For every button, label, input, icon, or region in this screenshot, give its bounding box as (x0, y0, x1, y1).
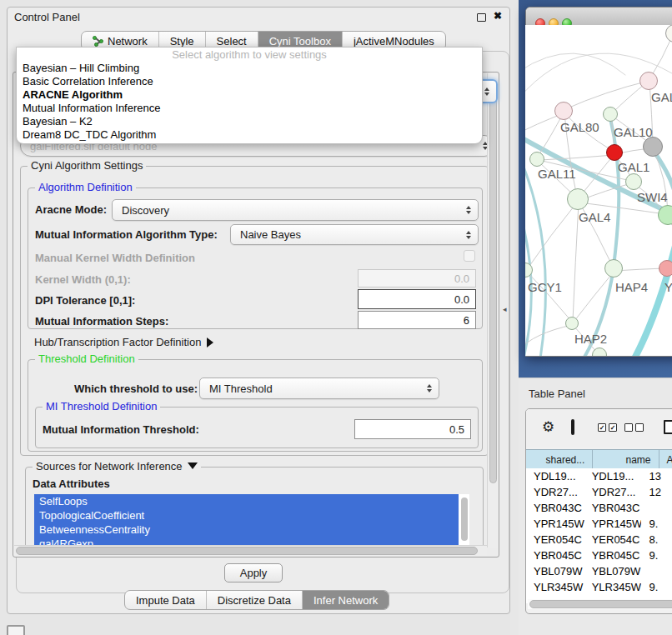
table-cell[interactable]: YLR345W (584, 579, 642, 595)
network-node[interactable] (625, 173, 642, 190)
which-threshold-combobox[interactable]: MI Threshold (199, 378, 439, 399)
network-edge (525, 53, 625, 75)
table-cell[interactable]: YBR045C (526, 548, 584, 563)
network-node[interactable] (659, 260, 672, 277)
new-table-icon[interactable] (664, 420, 672, 434)
table-cell[interactable]: 9. (641, 516, 672, 532)
table-cell[interactable] (641, 500, 672, 516)
table-cell[interactable]: 13 (641, 468, 672, 484)
table-cell[interactable] (641, 563, 672, 579)
column-header-third[interactable]: A (659, 450, 672, 469)
dropdown-item[interactable]: ARACNE Algorithm (17, 88, 482, 102)
splitpane-divider-handle[interactable]: ◂ (503, 305, 507, 313)
table-hscrollbar-thumb[interactable] (529, 600, 672, 608)
dropdown-item[interactable]: Bayesian – K2 (17, 115, 482, 128)
data-attributes-list[interactable]: SelfLoopsTopologicalCoefficientBetweenne… (34, 494, 469, 551)
mi-threshold-group: MI Threshold Definition Mutual Informati… (35, 407, 479, 448)
mi-threshold-label: Mutual Information Threshold: (43, 423, 199, 436)
algorithm-dropdown-popup: Select algorithm to view settings Bayesi… (16, 47, 483, 144)
list-scrollbar-thumb[interactable] (461, 498, 468, 541)
vertical-scrollbar[interactable] (487, 73, 498, 548)
table-row[interactable]: YBR043CYBR043C (526, 500, 672, 516)
table-cell[interactable]: YDL19... (526, 468, 584, 484)
network-node[interactable] (639, 72, 658, 90)
table-cell[interactable]: YBR043C (584, 500, 642, 516)
horizontal-scrollbar-thumb[interactable] (16, 547, 478, 555)
network-node[interactable] (604, 259, 623, 278)
column-header-shared-name[interactable]: shared... (526, 450, 593, 469)
table-row[interactable]: YPR145WYPR145W9. (526, 516, 672, 532)
select-all-columns-icon[interactable]: ✓✓ (598, 423, 617, 432)
table-cell[interactable]: YDR27... (526, 484, 584, 500)
table-row[interactable]: YER054CYER054C8. (526, 532, 672, 548)
table-cell[interactable]: YDR27... (584, 484, 642, 500)
network-node-label: GAL1 (618, 160, 649, 174)
table-cell[interactable]: YPR145W (526, 516, 584, 532)
manual-kernel-checkbox[interactable] (464, 250, 475, 262)
tab-discretize-data[interactable]: Discretize Data (206, 591, 302, 609)
close-icon[interactable]: ✖ (494, 10, 502, 22)
network-node[interactable] (565, 317, 579, 330)
dropdown-item[interactable]: Mutual Information Inference (17, 102, 482, 115)
tab-impute-data[interactable]: Impute Data (125, 591, 206, 609)
attribute-list-item[interactable]: TopologicalCoefficient (34, 508, 469, 522)
gear-icon[interactable]: ⚙ (542, 420, 554, 434)
tab-infer-network[interactable]: Infer Network (302, 591, 389, 609)
which-threshold-value: MI Threshold (209, 382, 273, 395)
network-canvas[interactable]: GALGAL80GAL10GAL1GAL11SWI4GAL4GCY1HAP4YH… (525, 25, 672, 356)
mi-steps-input[interactable]: 6 (358, 311, 476, 329)
table-cell[interactable]: YBR043C (526, 500, 584, 516)
table-cell[interactable]: YBL079W (526, 563, 584, 579)
network-node[interactable] (567, 188, 589, 210)
table-horizontal-scrollbar[interactable] (528, 599, 672, 609)
table-cell[interactable]: YBL079W (584, 563, 642, 579)
mi-type-combobox[interactable]: Naive Bayes (230, 224, 479, 245)
aracne-mode-combobox[interactable]: Discovery (112, 199, 479, 221)
mi-threshold-input[interactable]: 0.5 (354, 419, 471, 439)
network-edge (528, 202, 577, 268)
dpi-tolerance-value: 0.0 (454, 293, 469, 306)
deselect-all-columns-icon[interactable] (624, 423, 644, 432)
table-cell[interactable]: YPR145W (584, 516, 642, 532)
network-node[interactable] (643, 137, 663, 157)
table-row[interactable]: YBR045CYBR045C9. (526, 548, 672, 563)
hub-definition-expander[interactable]: Hub/Transcription Factor Definition (34, 336, 213, 348)
table-row[interactable]: YLR345WYLR345W9. (526, 579, 672, 595)
cyni-algorithm-settings-group: Cyni Algorithm Settings Algorithm Defini… (20, 166, 489, 456)
attribute-list-item[interactable]: BetweennessCentrality (34, 522, 469, 537)
dropdown-item[interactable]: Dream8 DC_TDC Algorithm (17, 128, 482, 142)
table-cell[interactable]: 9. (641, 548, 672, 563)
table-cell[interactable]: YBR045C (584, 548, 642, 563)
mi-type-label: Mutual Information Algorithm Type: (35, 228, 218, 241)
table-cell[interactable]: 8. (641, 532, 672, 548)
table-cell[interactable]: YER054C (526, 532, 584, 548)
vertical-scrollbar-thumb[interactable] (489, 85, 497, 483)
dropdown-item[interactable]: Bayesian – Hill Climbing (17, 62, 482, 75)
table-row[interactable]: YBL079WYBL079W (526, 563, 672, 579)
column-layout-icon[interactable] (571, 419, 574, 435)
attribute-list-item[interactable]: SelfLoops (34, 494, 469, 508)
column-header-name[interactable]: name (593, 450, 659, 469)
dropdown-item[interactable]: Basic Correlation Inference (17, 75, 482, 88)
network-node[interactable] (658, 205, 672, 225)
float-window-icon[interactable] (477, 13, 486, 22)
network-node[interactable] (529, 152, 544, 167)
table-row[interactable]: YDR27...YDR27...12 (526, 484, 672, 500)
network-node[interactable] (606, 144, 623, 161)
table-cell[interactable]: YLR345W (526, 579, 584, 595)
table-cell[interactable]: YDL19... (584, 468, 642, 484)
table-row[interactable]: YDL19...YDL19...13 (526, 468, 672, 484)
table-cell[interactable]: YER054C (584, 532, 642, 548)
table-cell[interactable]: 12 (641, 484, 672, 500)
network-node[interactable] (554, 102, 573, 120)
kernel-width-input[interactable]: 0.0 (358, 269, 476, 288)
network-node[interactable] (603, 107, 618, 122)
dpi-tolerance-input[interactable]: 0.0 (358, 289, 476, 309)
tab-label: jActiveMNodules (354, 35, 434, 48)
table-cell[interactable]: 9. (641, 579, 672, 595)
network-node-label: HAP2 (574, 332, 607, 346)
apply-button[interactable]: Apply (224, 563, 283, 582)
network-window-titlebar[interactable] (526, 8, 672, 27)
collapsed-panel-button[interactable] (7, 625, 25, 635)
horizontal-scrollbar[interactable] (14, 545, 487, 556)
